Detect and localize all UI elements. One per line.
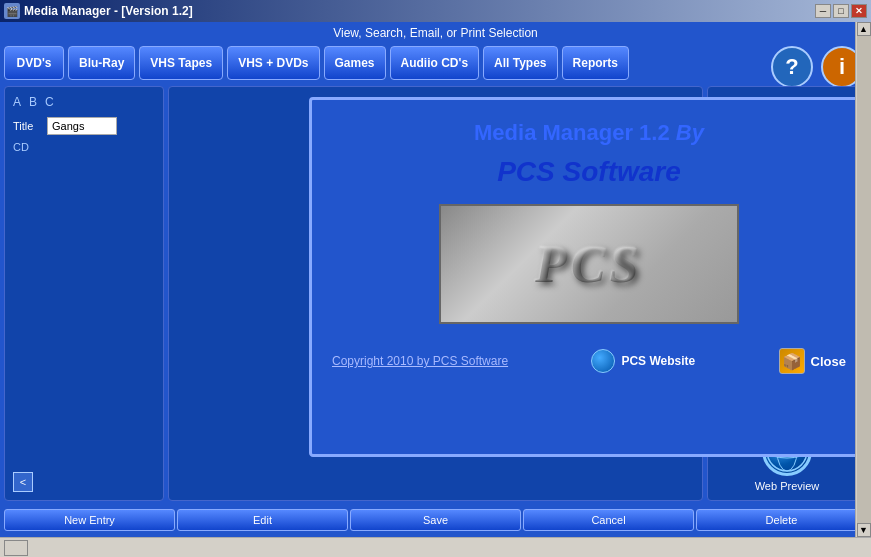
save-button[interactable]: Save [350, 509, 521, 531]
splash-logo-container: PCS [439, 204, 739, 324]
nav-cds-button[interactable]: Audiio CD's [390, 46, 480, 80]
center-panel: Media Manager 1.2 By PCS Software PCS Co… [168, 86, 703, 501]
instruction-text: View, Search, Email, or Print Selection [4, 26, 867, 40]
website-label: PCS Website [621, 354, 695, 368]
nav-row: DVD's Blu-Ray VHS Tapes VHS + DVDs Games… [4, 46, 867, 80]
nav-all-button[interactable]: All Types [483, 46, 557, 80]
scroll-prev-btn[interactable]: < [13, 472, 33, 492]
scroll-down-btn[interactable]: ▼ [857, 523, 871, 537]
maximize-button[interactable]: □ [833, 4, 849, 18]
title-field-row: Title [13, 117, 155, 135]
alpha-c[interactable]: C [45, 95, 54, 109]
alpha-b[interactable]: B [29, 95, 37, 109]
alpha-a[interactable]: A [13, 95, 21, 109]
nav-reports-button[interactable]: Reports [562, 46, 629, 80]
delete-button[interactable]: Delete [696, 509, 867, 531]
bottom-toolbar: New Entry Edit Save Cancel Delete [4, 505, 867, 533]
main-content: A B C Title CD < Media Manager 1.2 By [4, 86, 867, 501]
web-preview-label: Web Preview [755, 480, 820, 492]
scroll-up-btn[interactable]: ▲ [857, 22, 871, 36]
titlebar-controls: ─ □ ✕ [815, 4, 867, 18]
close-icon: 📦 [779, 348, 805, 374]
window-title: Media Manager - [Version 1.2] [24, 4, 193, 18]
title-label: Title [13, 120, 43, 132]
splash-dialog: Media Manager 1.2 By PCS Software PCS Co… [309, 97, 869, 457]
splash-title-main: Media Manager 1.2 [474, 120, 670, 145]
app-icon: 🎬 [4, 3, 20, 19]
website-globe-icon [591, 349, 615, 373]
nav-vhsdvd-button[interactable]: VHS + DVDs [227, 46, 319, 80]
cd-row: CD [13, 141, 155, 153]
window-close-button[interactable]: ✕ [851, 4, 867, 18]
splash-title-by: By [676, 120, 704, 145]
window-body: ▲ ▼ View, Search, Email, or Print Select… [0, 22, 871, 537]
nav-vhs-button[interactable]: VHS Tapes [139, 46, 223, 80]
splash-company: PCS Software [497, 156, 681, 188]
titlebar: 🎬 Media Manager - [Version 1.2] ─ □ ✕ [0, 0, 871, 22]
splash-bottom-row: Copyright 2010 by PCS Software PCS Websi… [332, 348, 846, 374]
splash-title: Media Manager 1.2 By [474, 120, 704, 146]
nav-games-button[interactable]: Games [324, 46, 386, 80]
alpha-row-left: A B C [13, 95, 155, 109]
title-input[interactable] [47, 117, 117, 135]
help-circle-icon: ? [771, 46, 813, 88]
splash-close-button[interactable]: 📦 Close [779, 348, 846, 374]
left-panel: A B C Title CD < [4, 86, 164, 501]
close-label: Close [811, 354, 846, 369]
cd-label: CD [13, 141, 29, 153]
website-button[interactable]: PCS Website [591, 349, 695, 373]
nav-bluray-button[interactable]: Blu-Ray [68, 46, 135, 80]
scroll-row-left: < [13, 472, 155, 492]
taskbar-item[interactable] [4, 540, 28, 556]
copyright-link[interactable]: Copyright 2010 by PCS Software [332, 354, 508, 368]
vertical-scrollbar[interactable]: ▲ ▼ [855, 22, 871, 537]
splash-logo-text: PCS [535, 235, 642, 294]
minimize-button[interactable]: ─ [815, 4, 831, 18]
nav-dvd-button[interactable]: DVD's [4, 46, 64, 80]
new-entry-button[interactable]: New Entry [4, 509, 175, 531]
edit-button[interactable]: Edit [177, 509, 348, 531]
taskbar [0, 537, 871, 557]
cancel-button[interactable]: Cancel [523, 509, 694, 531]
